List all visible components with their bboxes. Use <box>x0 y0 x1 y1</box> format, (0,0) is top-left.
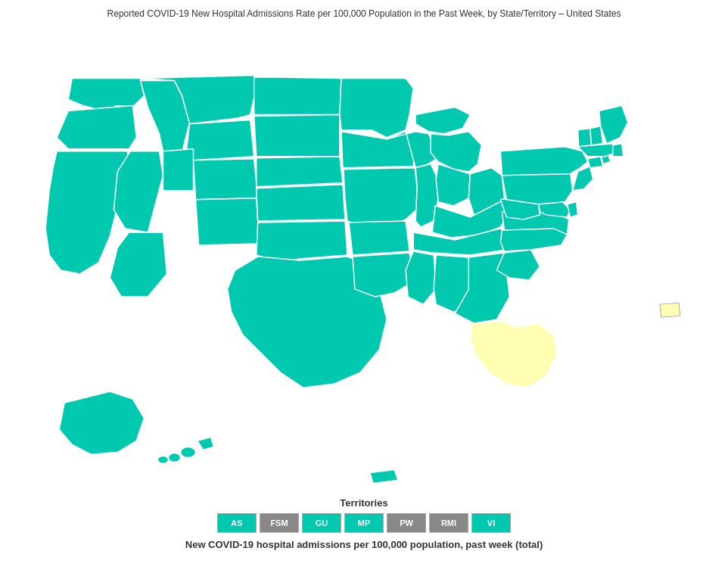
state-ri-block[interactable] <box>613 143 624 156</box>
territory-pr[interactable] <box>370 469 398 483</box>
state-fl[interactable] <box>470 321 557 387</box>
page-title: Reported COVID-19 New Hospital Admission… <box>0 0 728 24</box>
state-ar[interactable] <box>349 221 409 255</box>
state-hi-island2[interactable] <box>180 447 195 457</box>
state-hi-island3[interactable] <box>168 453 180 462</box>
territory-fsm[interactable]: FSM <box>260 513 299 533</box>
state-mn[interactable] <box>340 78 413 137</box>
territory-vi-map[interactable] <box>660 303 680 317</box>
map-container <box>0 24 728 493</box>
territories-title: Territories <box>0 497 728 509</box>
state-ct[interactable] <box>588 157 603 168</box>
state-ne[interactable] <box>257 157 343 187</box>
state-az[interactable] <box>110 232 166 297</box>
state-ia[interactable] <box>341 131 415 167</box>
state-pa[interactable] <box>502 172 572 204</box>
state-ny[interactable] <box>500 146 587 175</box>
territory-pw[interactable]: PW <box>387 513 426 533</box>
territories-boxes-container: AS FSM GU MP PW RMI VI <box>0 513 728 533</box>
territory-mp[interactable]: MP <box>344 513 384 533</box>
state-ok[interactable] <box>257 221 347 263</box>
state-vt[interactable] <box>578 128 592 146</box>
state-hi-island4[interactable] <box>157 456 168 463</box>
state-de[interactable] <box>568 202 578 217</box>
state-sd[interactable] <box>254 114 340 156</box>
state-nh[interactable] <box>590 126 603 145</box>
state-ak[interactable] <box>59 391 144 454</box>
state-mo[interactable] <box>344 168 421 227</box>
territories-section: Territories AS FSM GU MP PW RMI VI New C… <box>0 497 728 550</box>
state-nd[interactable] <box>254 76 341 114</box>
state-co[interactable] <box>194 159 258 200</box>
state-ut[interactable] <box>163 148 193 190</box>
state-me[interactable] <box>599 105 628 143</box>
state-nm[interactable] <box>196 198 260 245</box>
territory-gu[interactable]: GU <box>302 513 341 533</box>
state-hi[interactable] <box>198 437 214 450</box>
territory-rmi[interactable]: RMI <box>429 513 468 533</box>
state-mi-upper[interactable] <box>415 107 470 133</box>
state-ms[interactable] <box>406 251 436 304</box>
territory-as[interactable]: AS <box>217 513 257 533</box>
territory-vi[interactable]: VI <box>471 513 511 533</box>
state-wy[interactable] <box>186 120 254 160</box>
bottom-label: New COVID-19 hospital admissions per 100… <box>0 539 728 550</box>
state-or[interactable] <box>57 105 136 148</box>
state-la[interactable] <box>353 253 413 297</box>
state-ks[interactable] <box>257 185 345 221</box>
